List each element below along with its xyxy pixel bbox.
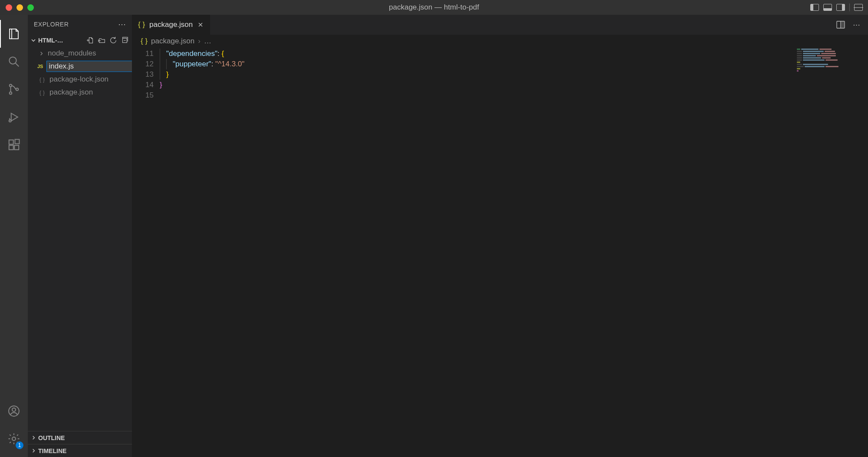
new-folder-icon[interactable] [98, 36, 106, 44]
new-file-icon[interactable] [87, 36, 95, 44]
run-debug-activity-icon[interactable] [0, 103, 28, 131]
accounts-activity-icon[interactable] [0, 397, 28, 425]
folder-name: HTML-… [38, 37, 63, 44]
svg-point-0 [9, 57, 16, 64]
outline-label: OUTLINE [38, 434, 65, 441]
code-line: 13} [132, 69, 868, 80]
minimize-window-button[interactable] [16, 4, 23, 11]
customize-layout-icon[interactable] [854, 4, 863, 11]
editor-actions: ⋯ [836, 15, 868, 35]
sidebar-title: EXPLORER [34, 21, 69, 28]
code-line: 11"dependencies": { [132, 49, 868, 59]
explorer-activity-icon[interactable] [0, 20, 28, 48]
window-controls [0, 4, 34, 11]
timeline-label: TIMELINE [38, 447, 66, 454]
svg-rect-10 [15, 140, 20, 144]
source-control-activity-icon[interactable] [0, 75, 28, 103]
extensions-activity-icon[interactable] [0, 131, 28, 159]
close-tab-icon[interactable] [197, 21, 204, 28]
close-window-button[interactable] [6, 4, 12, 11]
json-file-icon: { } [38, 89, 46, 96]
settings-activity-icon[interactable]: 1 [0, 425, 28, 453]
activity-bar: 1 [0, 15, 28, 457]
json-file-icon: { } [141, 37, 148, 46]
refresh-icon[interactable] [109, 36, 117, 44]
titlebar: package.json — html-to-pdf [0, 0, 868, 15]
code-line: 12"puppeteer": "^14.3.0" [132, 59, 868, 69]
search-activity-icon[interactable] [0, 48, 28, 75]
window-title: package.json — html-to-pdf [389, 3, 479, 12]
chevron-right-icon [30, 448, 36, 453]
svg-point-13 [12, 437, 16, 441]
split-editor-icon[interactable] [836, 21, 845, 29]
timeline-section[interactable]: TIMELINE [28, 444, 132, 457]
svg-rect-7 [9, 140, 13, 144]
more-actions-icon[interactable]: ⋯ [853, 20, 860, 29]
svg-marker-5 [11, 113, 18, 121]
svg-rect-8 [9, 145, 13, 150]
tree-item-label: package-lock.json [49, 75, 108, 84]
js-file-icon: JS [37, 64, 43, 69]
explorer-sidebar: EXPLORER ⋯ HTML-… [28, 15, 132, 457]
chevron-right-icon: › [198, 37, 201, 46]
code-line: 14} [132, 80, 868, 90]
tab-label: package.json [149, 20, 193, 29]
toggle-panel-icon[interactable] [823, 4, 832, 11]
folder-header[interactable]: HTML-… [28, 34, 132, 47]
svg-line-1 [16, 63, 19, 67]
tree-item-file[interactable]: { } package-lock.json [28, 73, 132, 86]
breadcrumb[interactable]: { } package.json › … [132, 35, 868, 48]
chevron-right-icon [38, 51, 44, 56]
settings-badge: 1 [16, 441, 23, 449]
tree-item-label: package.json [49, 88, 93, 97]
collapse-all-icon[interactable] [121, 36, 128, 44]
code-line: 15 [132, 90, 868, 101]
svg-point-12 [12, 408, 16, 411]
svg-rect-24 [841, 22, 844, 28]
tab-package-json[interactable]: { } package.json [132, 15, 210, 35]
svg-point-4 [16, 88, 19, 91]
json-file-icon: { } [138, 20, 145, 29]
file-tree: node_modules JS { } package-lock.json { … [28, 47, 132, 99]
toggle-secondary-sidebar-icon[interactable] [836, 4, 845, 11]
sidebar-more-icon[interactable]: ⋯ [118, 20, 126, 29]
maximize-window-button[interactable] [27, 4, 34, 11]
svg-point-2 [10, 85, 12, 87]
breadcrumb-tail: … [204, 37, 211, 46]
tree-item-file[interactable]: { } package.json [28, 86, 132, 99]
toggle-primary-sidebar-icon[interactable] [810, 4, 819, 11]
json-file-icon: { } [38, 76, 46, 83]
svg-rect-9 [14, 145, 19, 150]
svg-point-3 [10, 92, 12, 95]
titlebar-right-controls [810, 3, 863, 11]
breadcrumb-file: package.json [151, 37, 194, 46]
tree-item-label: node_modules [48, 49, 96, 58]
folder-actions [87, 36, 128, 44]
sidebar-header: EXPLORER ⋯ [28, 15, 132, 34]
tree-item-folder[interactable]: node_modules [28, 47, 132, 60]
chevron-right-icon [30, 435, 36, 440]
editor-group: { } package.json ⋯ { } package.json › … … [132, 15, 868, 457]
outline-section[interactable]: OUTLINE [28, 431, 132, 444]
chevron-down-icon [30, 38, 36, 43]
tab-bar: { } package.json ⋯ [132, 15, 868, 35]
tree-item-editing[interactable]: JS [28, 60, 132, 73]
minimap[interactable] [797, 49, 866, 75]
rename-input[interactable] [46, 61, 143, 72]
code-editor[interactable]: 11"dependencies": {12"puppeteer": "^14.3… [132, 48, 868, 101]
separator [849, 3, 850, 11]
